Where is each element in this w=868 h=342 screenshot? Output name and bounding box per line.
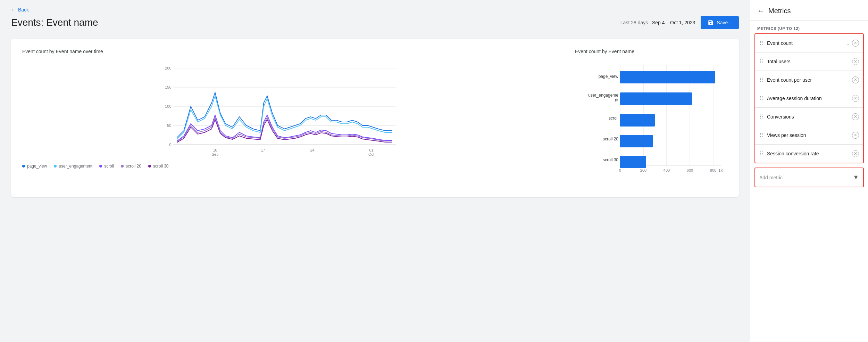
metric-left-event-count: ⠿ Event count [759,40,793,47]
svg-text:page_view: page_view [599,74,619,79]
legend-item-page-view: page_view [22,164,47,169]
svg-text:01: 01 [369,148,373,152]
metric-item-total-users[interactable]: ⠿ Total users × [755,52,863,71]
metric-name-conversions: Conversions [767,114,794,120]
svg-text:800: 800 [710,168,716,172]
legend-dot-scroll20 [121,165,124,168]
add-metric-text: Add metric [759,175,783,180]
metrics-list-container: ⠿ Event count ↓ × ⠿ Total users × ⠿ Even… [754,33,864,163]
metric-right-avg-session-duration: × [852,95,859,102]
line-chart-wrapper: 200 150 100 50 0 10 Sep 17 24 01 Oct [22,61,533,160]
legend-item-user-engagement: user_engagement [54,164,92,169]
line-chart-section: Event count by Event name over time 200 … [22,49,533,187]
bar-scroll20 [620,135,653,147]
add-metric-row[interactable]: Add metric ▼ [755,168,863,187]
remove-icon-event-count-per-user[interactable]: × [852,76,859,83]
legend-label-scroll20: scroll 20 [126,164,141,169]
metric-right-event-count-per-user: × [852,76,859,83]
svg-text:0: 0 [619,168,621,172]
metric-name-event-count: Event count [767,40,793,46]
legend-label-scroll30: scroll 30 [153,164,169,169]
metric-right-views-per-session: × [852,132,859,139]
metrics-panel-title: Metrics [768,7,791,15]
sort-icon-event-count[interactable]: ↓ [847,40,849,46]
remove-icon-event-count[interactable]: × [852,40,859,47]
header-right: Last 28 days Sep 4 – Oct 1, 2023 Save... [620,16,739,29]
date-range: Last 28 days Sep 4 – Oct 1, 2023 [620,20,695,25]
metric-item-event-count-per-user[interactable]: ⠿ Event count per user × [755,71,863,89]
metric-left-total-users: ⠿ Total users [759,58,791,65]
legend-dot-user-engagement [54,165,57,168]
bar-page-view [620,71,715,83]
save-label: Save... [717,20,732,25]
save-button[interactable]: Save... [701,16,739,29]
svg-text:50: 50 [167,123,171,128]
svg-text:10: 10 [213,148,217,152]
remove-icon-session-conversion-rate[interactable]: × [852,150,859,157]
legend-dot-page-view [22,165,25,168]
date-value: Sep 4 – Oct 1, 2023 [652,20,695,25]
metric-name-views-per-session: Views per session [767,132,806,138]
back-arrow-icon: ← [11,7,16,13]
metric-item-conversions[interactable]: ⠿ Conversions × [755,108,863,126]
metric-left-conversions: ⠿ Conversions [759,114,794,120]
drag-icon-total-users: ⠿ [759,58,763,65]
bar-chart-svg: 0 200 400 600 800 1K page_view user_enga… [575,61,728,186]
metric-right-total-users: × [852,58,859,65]
metric-name-event-count-per-user: Event count per user [767,77,812,83]
add-metric-container: Add metric ▼ [754,168,864,187]
remove-icon-views-per-session[interactable]: × [852,132,859,139]
page-header: Events: Event name Last 28 days Sep 4 – … [11,16,739,29]
metric-left-avg-session-duration: ⠿ Average session duration [759,95,822,102]
svg-text:1K: 1K [718,168,723,172]
metric-name-total-users: Total users [767,59,791,64]
metric-right-session-conversion-rate: × [852,150,859,157]
chart-card: Event count by Event name over time 200 … [11,39,739,197]
legend-label-scroll: scroll [104,164,114,169]
remove-icon-total-users[interactable]: × [852,58,859,65]
svg-text:Sep: Sep [212,152,219,156]
drag-icon-avg-session-duration: ⠿ [759,95,763,102]
svg-text:nt: nt [615,98,619,103]
svg-text:user_engageme: user_engageme [588,93,618,98]
metric-left-session-conversion-rate: ⠿ Session conversion rate [759,150,819,157]
metric-name-session-conversion-rate: Session conversion rate [767,151,819,156]
legend-item-scroll30: scroll 30 [148,164,169,169]
dropdown-icon: ▼ [853,174,859,181]
chart-divider [554,49,554,187]
svg-text:400: 400 [663,168,670,172]
svg-text:17: 17 [261,148,265,152]
metric-left-event-count-per-user: ⠿ Event count per user [759,77,812,83]
metrics-back-icon[interactable]: ← [757,7,764,15]
svg-text:scroll 20: scroll 20 [603,137,618,141]
svg-text:200: 200 [640,168,646,172]
back-label: Back [18,7,29,13]
metric-item-event-count[interactable]: ⠿ Event count ↓ × [755,34,863,52]
charts-container: Event count by Event name over time 200 … [22,49,728,187]
metrics-section-label: METRICS (UP TO 12) [750,21,868,33]
metric-item-session-conversion-rate[interactable]: ⠿ Session conversion rate × [755,145,863,163]
line-chart-svg: 200 150 100 50 0 10 Sep 17 24 01 Oct [22,61,533,158]
legend-item-scroll20: scroll 20 [121,164,141,169]
line-user-engagement [177,96,392,139]
legend-label-user-engagement: user_engagement [59,164,92,169]
legend-label-page-view: page_view [27,164,47,169]
remove-icon-conversions[interactable]: × [852,113,859,120]
metric-right-conversions: × [852,113,859,120]
main-content: ← Back Events: Event name Last 28 days S… [0,0,750,342]
metric-item-avg-session-duration[interactable]: ⠿ Average session duration × [755,89,863,108]
remove-icon-avg-session-duration[interactable]: × [852,95,859,102]
metrics-panel: ← Metrics METRICS (UP TO 12) ⠿ Event cou… [750,0,868,342]
svg-text:24: 24 [310,148,314,152]
metric-item-views-per-session[interactable]: ⠿ Views per session × [755,126,863,145]
bar-chart-section: Event count by Event name 0 200 400 600 … [575,49,728,187]
page-title: Events: Event name [11,17,98,28]
drag-icon-event-count: ⠿ [759,40,763,47]
back-link[interactable]: ← Back [11,7,29,13]
drag-icon-event-count-per-user: ⠿ [759,77,763,83]
legend-dot-scroll30 [148,165,151,168]
drag-icon-views-per-session: ⠿ [759,132,763,139]
svg-text:150: 150 [165,85,171,89]
metric-name-avg-session-duration: Average session duration [767,96,822,101]
metric-right-event-count: ↓ × [847,40,859,47]
